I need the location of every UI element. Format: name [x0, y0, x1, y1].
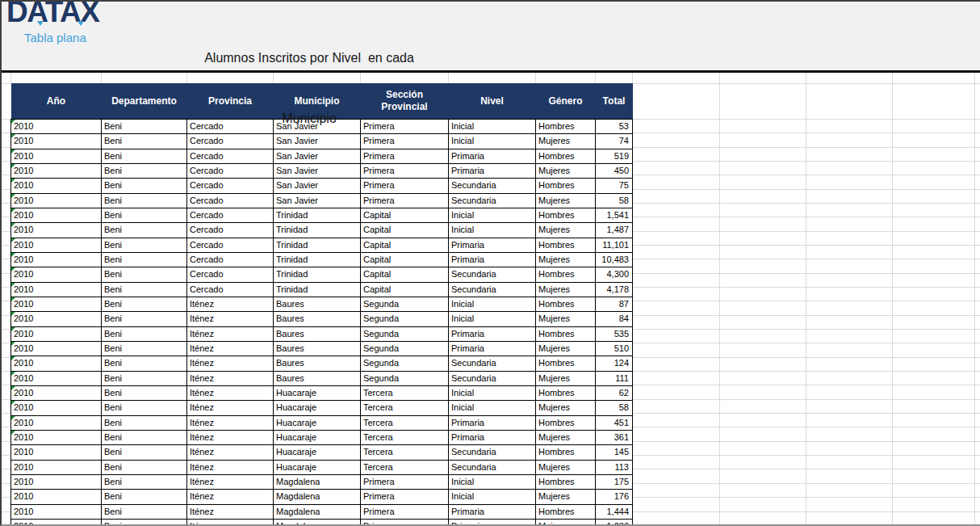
cell-nivel[interactable]: Secundaria	[449, 267, 536, 282]
cell-ano[interactable]: 2010	[11, 208, 102, 222]
cell-municipio[interactable]: Magdalena	[274, 504, 361, 519]
cell-nivel[interactable]: Primaria	[449, 430, 536, 444]
cell-provincia[interactable]: Iténez	[187, 401, 274, 415]
cell-genero[interactable]: Hombres	[536, 385, 596, 400]
cell-total[interactable]: 75	[596, 179, 633, 193]
cell-ano[interactable]: 2010	[11, 297, 102, 311]
cell-seccion-provincial[interactable]: Capital	[361, 267, 449, 282]
cell-departamento[interactable]: Beni	[102, 312, 187, 326]
cell-seccion-provincial[interactable]: Primera	[361, 490, 449, 504]
cell-ano[interactable]: 2010	[11, 385, 102, 400]
cell-seccion-provincial[interactable]: Tercera	[361, 415, 449, 430]
cell-genero[interactable]: Hombres	[536, 267, 596, 282]
cell-genero[interactable]: Mujeres	[536, 282, 596, 297]
cell-seccion-provincial[interactable]: Capital	[361, 208, 449, 222]
cell-municipio[interactable]: Magdalena	[274, 474, 361, 489]
cell-departamento[interactable]: Beni	[102, 179, 187, 193]
cell-municipio[interactable]: Baures	[274, 356, 361, 371]
cell-ano[interactable]: 2010	[11, 341, 102, 356]
cell-total[interactable]: 53	[596, 120, 633, 134]
cell-departamento[interactable]: Beni	[102, 474, 187, 489]
cell-nivel[interactable]: Inicial	[449, 490, 536, 504]
cell-provincia[interactable]: Iténez	[187, 297, 274, 311]
cell-municipio[interactable]: Huacaraje	[274, 445, 361, 460]
cell-ano[interactable]: 2010	[11, 326, 102, 341]
cell-provincia[interactable]: Cercado	[187, 252, 274, 267]
cell-departamento[interactable]: Beni	[102, 193, 187, 208]
cell-provincia[interactable]: Iténez	[187, 415, 274, 430]
cell-departamento[interactable]: Beni	[102, 238, 187, 252]
cell-genero[interactable]: Hombres	[536, 504, 596, 519]
cell-ano[interactable]: 2010	[11, 223, 102, 238]
cell-seccion-provincial[interactable]: Capital	[361, 252, 449, 267]
cell-municipio[interactable]: San Javier	[274, 193, 361, 208]
cell-total[interactable]: 113	[596, 460, 633, 474]
cell-total[interactable]: 1,487	[596, 223, 633, 238]
cell-provincia[interactable]: Iténez	[187, 430, 274, 444]
cell-provincia[interactable]: Iténez	[187, 326, 274, 341]
cell-total[interactable]: 1,236	[596, 519, 633, 526]
cell-departamento[interactable]: Beni	[102, 326, 187, 341]
cell-ano[interactable]: 2010	[11, 460, 102, 474]
cell-ano[interactable]: 2010	[11, 504, 102, 519]
cell-nivel[interactable]: Inicial	[449, 312, 536, 326]
cell-ano[interactable]: 2010	[11, 401, 102, 415]
cell-seccion-provincial[interactable]: Tercera	[361, 401, 449, 415]
cell-departamento[interactable]: Beni	[102, 223, 187, 238]
cell-total[interactable]: 87	[596, 297, 633, 311]
cell-genero[interactable]: Hombres	[536, 415, 596, 430]
cell-seccion-provincial[interactable]: Primera	[361, 519, 449, 526]
cell-seccion-provincial[interactable]: Tercera	[361, 430, 449, 444]
cell-municipio[interactable]: Huacaraje	[274, 430, 361, 444]
cell-departamento[interactable]: Beni	[102, 297, 187, 311]
cell-total[interactable]: 4,300	[596, 267, 633, 282]
cell-ano[interactable]: 2010	[11, 312, 102, 326]
cell-departamento[interactable]: Beni	[102, 430, 187, 444]
cell-nivel[interactable]: Secundaria	[449, 193, 536, 208]
cell-total[interactable]: 124	[596, 356, 633, 371]
cell-municipio[interactable]: Trinidad	[274, 267, 361, 282]
cell-nivel[interactable]: Secundaria	[449, 179, 536, 193]
cell-provincia[interactable]: Iténez	[187, 371, 274, 385]
cell-municipio[interactable]: Huacaraje	[274, 460, 361, 474]
cell-nivel[interactable]: Inicial	[449, 208, 536, 222]
cell-total[interactable]: 451	[596, 415, 633, 430]
cell-nivel[interactable]: Primaria	[449, 341, 536, 356]
cell-total[interactable]: 111	[596, 371, 633, 385]
cell-ano[interactable]: 2010	[11, 445, 102, 460]
cell-provincia[interactable]: Cercado	[187, 179, 274, 193]
cell-nivel[interactable]: Inicial	[449, 474, 536, 489]
cell-ano[interactable]: 2010	[11, 193, 102, 208]
cell-municipio[interactable]: Huacaraje	[274, 415, 361, 430]
cell-total[interactable]: 176	[596, 490, 633, 504]
cell-municipio[interactable]: Trinidad	[274, 238, 361, 252]
cell-genero[interactable]: Mujeres	[536, 341, 596, 356]
cell-seccion-provincial[interactable]: Tercera	[361, 445, 449, 460]
cell-municipio[interactable]: Baures	[274, 326, 361, 341]
cell-departamento[interactable]: Beni	[102, 385, 187, 400]
cell-municipio[interactable]: Trinidad	[274, 223, 361, 238]
column-header-total[interactable]: Total	[596, 83, 633, 120]
cell-provincia[interactable]: Iténez	[187, 490, 274, 504]
cell-seccion-provincial[interactable]: Capital	[361, 238, 449, 252]
cell-genero[interactable]: Mujeres	[536, 519, 596, 526]
cell-seccion-provincial[interactable]: Segunda	[361, 371, 449, 385]
cell-provincia[interactable]: Cercado	[187, 267, 274, 282]
cell-total[interactable]: 175	[596, 474, 633, 489]
cell-seccion-provincial[interactable]: Tercera	[361, 460, 449, 474]
cell-municipio[interactable]: Baures	[274, 371, 361, 385]
cell-nivel[interactable]: Primaria	[449, 326, 536, 341]
cell-total[interactable]: 535	[596, 326, 633, 341]
cell-municipio[interactable]: Baures	[274, 297, 361, 311]
cell-municipio[interactable]: San Javier	[274, 179, 361, 193]
cell-genero[interactable]: Hombres	[536, 238, 596, 252]
cell-seccion-provincial[interactable]: Segunda	[361, 356, 449, 371]
cell-departamento[interactable]: Beni	[102, 460, 187, 474]
cell-genero[interactable]: Hombres	[536, 120, 596, 134]
cell-genero[interactable]: Mujeres	[536, 490, 596, 504]
cell-nivel[interactable]: Primaria	[449, 519, 536, 526]
cell-provincia[interactable]: Cercado	[187, 282, 274, 297]
cell-nivel[interactable]: Secundaria	[449, 371, 536, 385]
cell-nivel[interactable]: Inicial	[449, 297, 536, 311]
cell-ano[interactable]: 2010	[11, 430, 102, 444]
